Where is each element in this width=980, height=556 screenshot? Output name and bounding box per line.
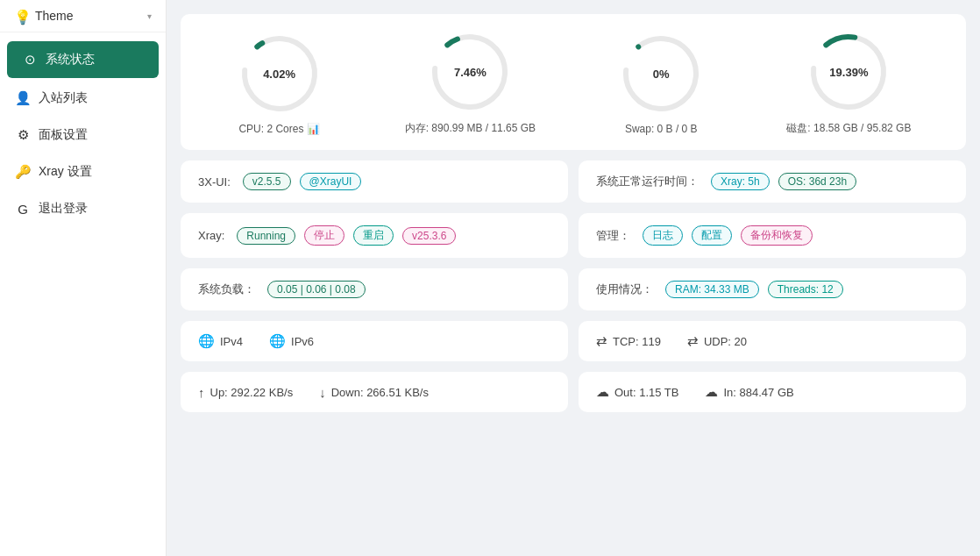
info-item: 🌐IPv6: [269, 333, 314, 349]
info-card-1-left: Xray:Running停止重启v25.3.6: [181, 213, 568, 258]
info-card-4-right: ☁Out: 1.15 TB☁In: 884.47 GB: [579, 372, 966, 412]
info-label-1-left: Xray:: [198, 229, 224, 242]
nav-label-logout: 退出登录: [39, 201, 88, 217]
info-card-1-right: 管理：日志配置备份和恢复: [579, 213, 966, 258]
gauge-value-cpu: 4.02%: [263, 67, 295, 80]
sidebar-item-system-status[interactable]: ⊙系统状态: [7, 41, 159, 78]
info-item: 🌐IPv4: [198, 333, 243, 349]
info-row-4: ↑Up: 292.22 KB/s↓Down: 266.51 KB/s☁Out: …: [181, 372, 966, 412]
item-text: UDP: 20: [704, 335, 747, 348]
sidebar-item-panel-settings[interactable]: ⚙面板设置: [0, 117, 166, 153]
gauge-circle-memory: 7.46%: [426, 28, 514, 116]
info-card-2-right: 使用情况：RAM: 34.33 MBThreads: 12: [579, 268, 966, 310]
item-icon: ☁: [705, 384, 718, 400]
gauge-circle-swap: 0%: [617, 30, 705, 118]
nav-icon-system-status: ⊙: [23, 53, 37, 67]
item-icon: ↓: [319, 385, 326, 400]
main-content: 4.02% CPU: 2 Cores 📊 7.46% 内存: 890.99 MB…: [167, 0, 980, 556]
item-text: Down: 266.51 KB/s: [331, 386, 429, 399]
gauge-swap: 0% Swap: 0 B / 0 B: [617, 30, 705, 135]
item-text: In: 884.47 GB: [723, 386, 793, 399]
info-row-0: 3X-UI:v2.5.5@XrayUI系统正常运行时间：Xray: 5hOS: …: [181, 160, 966, 203]
info-card-3-right: ⇄TCP: 119⇄UDP: 20: [579, 321, 966, 361]
badge-1-left-3: v25.3.6: [402, 227, 456, 245]
nav-icon-xray-settings: 🔑: [16, 165, 30, 179]
item-icon: ☁: [596, 384, 609, 400]
item-icon: ⇄: [596, 333, 607, 349]
info-item: ☁In: 884.47 GB: [705, 384, 793, 400]
info-card-4-left: ↑Up: 292.22 KB/s↓Down: 266.51 KB/s: [181, 372, 568, 412]
badge-2-left-0: 0.05 | 0.06 | 0.08: [267, 281, 366, 298]
badge-1-right-1[interactable]: 配置: [692, 225, 732, 246]
badge-1-left-0[interactable]: Running: [237, 227, 295, 245]
info-card-0-right: 系统正常运行时间：Xray: 5hOS: 36d 23h: [579, 160, 966, 203]
info-card-2-left: 系统负载：0.05 | 0.06 | 0.08: [181, 268, 568, 310]
badge-1-right-0[interactable]: 日志: [643, 225, 683, 246]
info-item: ⇄UDP: 20: [687, 333, 747, 349]
item-icon: 🌐: [198, 333, 215, 349]
info-label-2-right: 使用情况：: [596, 282, 653, 297]
gauge-value-disk: 19.39%: [829, 66, 868, 79]
nav-label-system-status: 系统状态: [46, 52, 95, 68]
nav-label-panel-settings: 面板设置: [39, 127, 88, 143]
nav-icon-logout: G: [16, 202, 30, 216]
gauge-value-memory: 7.46%: [454, 66, 486, 79]
info-row-3: 🌐IPv4🌐IPv6⇄TCP: 119⇄UDP: 20: [181, 321, 966, 361]
nav-label-xray-settings: Xray 设置: [39, 164, 92, 180]
gauge-cpu: 4.02% CPU: 2 Cores 📊: [236, 30, 323, 135]
info-row-2: 系统负载：0.05 | 0.06 | 0.08使用情况：RAM: 34.33 M…: [181, 268, 966, 310]
info-label-0-right: 系统正常运行时间：: [596, 174, 699, 189]
item-text: IPv6: [291, 335, 314, 348]
item-icon: ⇄: [687, 333, 699, 349]
nav-icon-panel-settings: ⚙: [16, 128, 30, 142]
nav-icon-inbound-list: 👤: [16, 91, 30, 105]
item-text: Up: 292.22 KB/s: [210, 386, 294, 399]
info-label-1-right: 管理：: [596, 228, 630, 244]
badge-1-right-2[interactable]: 备份和恢复: [741, 225, 813, 246]
item-icon: 🌐: [269, 333, 286, 349]
theme-label: Theme: [35, 9, 140, 23]
item-text: Out: 1.15 TB: [614, 386, 678, 399]
info-label-0-left: 3X-UI:: [198, 175, 231, 189]
badge-1-left-2[interactable]: 重启: [353, 225, 394, 246]
badge-0-left-0: v2.5.5: [243, 173, 291, 190]
sidebar-item-logout[interactable]: G退出登录: [0, 190, 166, 227]
info-row-1: Xray:Running停止重启v25.3.6管理：日志配置备份和恢复: [181, 213, 966, 258]
item-icon: ↑: [198, 385, 205, 400]
info-item: ⇄TCP: 119: [596, 333, 661, 349]
info-label-2-left: 系统负载：: [198, 282, 255, 297]
item-text: IPv4: [220, 335, 243, 348]
gauge-circle-disk: 19.39%: [805, 28, 892, 116]
sidebar-nav: ⊙系统状态👤入站列表⚙面板设置🔑Xray 设置G退出登录: [0, 32, 166, 234]
badge-2-right-0: RAM: 34.33 MB: [665, 281, 759, 298]
item-text: TCP: 119: [613, 335, 661, 348]
sidebar: 💡 Theme ▾ ⊙系统状态👤入站列表⚙面板设置🔑Xray 设置G退出登录: [0, 0, 167, 556]
gauge-row: 4.02% CPU: 2 Cores 📊 7.46% 内存: 890.99 MB…: [181, 14, 966, 150]
badge-0-right-0: Xray: 5h: [711, 173, 770, 190]
gauge-circle-cpu: 4.02%: [236, 30, 323, 118]
sidebar-item-xray-settings[interactable]: 🔑Xray 设置: [0, 153, 166, 190]
info-card-0-left: 3X-UI:v2.5.5@XrayUI: [181, 160, 568, 203]
info-card-3-left: 🌐IPv4🌐IPv6: [181, 321, 568, 361]
theme-icon: 💡: [14, 9, 28, 23]
badge-0-left-1: @XrayUI: [300, 173, 362, 190]
gauge-memory: 7.46% 内存: 890.99 MB / 11.65 GB: [405, 28, 536, 136]
info-item: ☁Out: 1.15 TB: [596, 384, 678, 400]
nav-label-inbound-list: 入站列表: [39, 90, 88, 106]
theme-selector[interactable]: 💡 Theme ▾: [0, 0, 166, 32]
sidebar-item-inbound-list[interactable]: 👤入站列表: [0, 80, 166, 117]
badge-1-left-1[interactable]: 停止: [304, 225, 344, 246]
gauge-disk: 19.39% 磁盘: 18.58 GB / 95.82 GB: [786, 28, 911, 136]
info-item: ↓Down: 266.51 KB/s: [319, 385, 429, 400]
gauge-value-swap: 0%: [653, 67, 670, 80]
chevron-down-icon: ▾: [147, 11, 152, 21]
badge-0-right-1: OS: 36d 23h: [778, 173, 856, 190]
info-item: ↑Up: 292.22 KB/s: [198, 385, 293, 400]
badge-2-right-1: Threads: 12: [768, 281, 843, 298]
